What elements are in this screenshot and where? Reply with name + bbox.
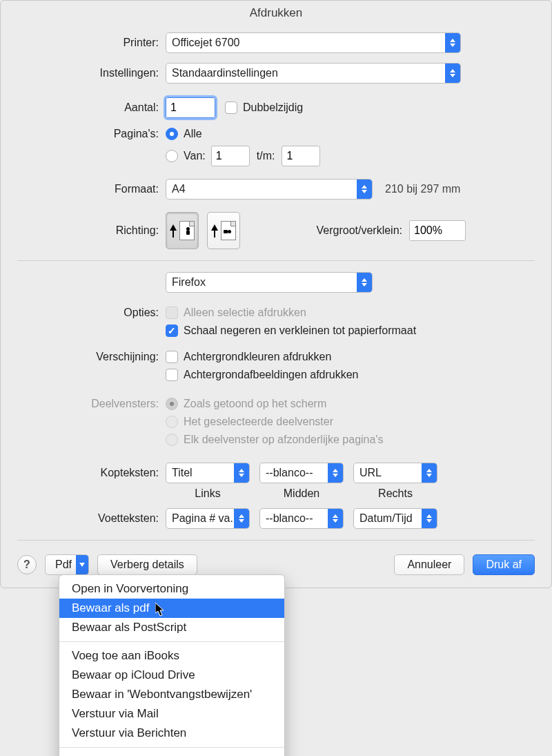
header-left-value: Titel — [172, 467, 244, 479]
arrow-up-icon — [211, 224, 218, 238]
chevron-updown-icon — [422, 509, 437, 528]
panes-as-shown-label: Zoals getoond op het scherm — [184, 398, 326, 410]
pages-label: Pagina's: — [17, 128, 166, 140]
settings-popup[interactable]: Standaardinstellingen — [166, 63, 461, 84]
orientation-label: Richting: — [17, 224, 166, 237]
settings-label: Instellingen: — [17, 67, 166, 79]
footer-center-value: --blanco-- — [266, 512, 337, 525]
appearance-bg-images-label: Achtergrondafbeeldingen afdrukken — [184, 369, 359, 381]
pdf-label: Pdf — [55, 559, 72, 571]
option-selection-only-label: Alleen selectie afdrukken — [184, 307, 306, 319]
checkbox-icon — [166, 369, 178, 381]
printer-label: Printer: — [17, 37, 166, 49]
chevron-updown-icon — [328, 509, 343, 528]
option-selection-only-checkbox: Alleen selectie afdrukken — [166, 307, 306, 319]
appearance-label: Verschijning: — [17, 351, 166, 363]
radio-disabled-icon — [166, 416, 178, 428]
panes-label: Deelvensters: — [17, 398, 166, 410]
scale-label: Vergroot/verklein: — [316, 224, 402, 237]
chevron-updown-icon — [445, 64, 460, 83]
chevron-updown-icon — [445, 33, 460, 52]
panes-each-label: Elk deelvenster op afzonderlijke pagina'… — [184, 434, 383, 446]
appearance-bg-images-checkbox[interactable]: Achtergrondafbeeldingen afdrukken — [166, 369, 359, 381]
duplex-checkbox[interactable]: Dubbelzijdig — [225, 101, 303, 114]
help-button[interactable]: ? — [17, 555, 37, 574]
orientation-landscape-button[interactable] — [207, 212, 240, 249]
chevron-updown-icon — [357, 180, 372, 199]
printer-popup[interactable]: Officejet 6700 — [166, 32, 461, 53]
radio-selected-disabled-icon — [166, 398, 178, 410]
footer-right-value: Datum/Tijd — [359, 512, 431, 525]
pdf-dropdown-menu: Open in Voorvertoning Bewaar als pdf Bew… — [59, 574, 285, 588]
printer-value: Officejet 6700 — [172, 37, 455, 49]
header-right-value: URL — [359, 467, 431, 479]
print-button[interactable]: Druk af — [473, 554, 535, 575]
settings-value: Standaardinstellingen — [172, 67, 455, 79]
checkbox-disabled-icon — [166, 307, 178, 319]
header-center-popup[interactable]: --blanco-- — [259, 463, 344, 483]
pages-all-label: Alle — [184, 128, 202, 140]
panes-as-shown-radio: Zoals getoond op het scherm — [166, 398, 326, 410]
format-label: Formaat: — [17, 183, 166, 195]
pdf-menu-button[interactable]: Pdf — [45, 554, 89, 575]
format-size-text: 210 bij 297 mm — [385, 183, 460, 195]
option-ignore-scale-checkbox[interactable]: Schaal negeren en verkleinen tot papierf… — [166, 324, 416, 337]
copies-input[interactable] — [166, 97, 215, 118]
panes-selected-radio: Het geselecteerde deelvenster — [166, 416, 333, 428]
menu-open-preview[interactable]: Open in Voorvertoning — [59, 579, 284, 588]
duplex-label: Dubbelzijdig — [243, 101, 303, 114]
checkbox-checked-icon — [166, 324, 178, 337]
header-right-popup[interactable]: URL — [353, 463, 437, 483]
footer-left-value: Pagina # va... — [172, 512, 244, 525]
pages-to-label: t/m: — [257, 150, 275, 162]
dialog-title: Afdrukken — [1, 1, 551, 30]
checkbox-icon — [225, 101, 237, 114]
orientation-portrait-button[interactable] — [166, 212, 199, 249]
app-section-value: Firefox — [172, 276, 366, 289]
footers-label: Voetteksten: — [17, 512, 166, 525]
pages-from-label: Van: — [184, 150, 206, 162]
arrow-up-icon — [170, 224, 177, 238]
page-portrait-icon — [179, 221, 195, 240]
pages-range-radio[interactable]: Van: — [166, 150, 206, 162]
header-center-value: --blanco-- — [266, 467, 337, 479]
checkbox-icon — [166, 351, 178, 363]
panes-each-radio: Elk deelvenster op afzonderlijke pagina'… — [166, 434, 383, 446]
print-dialog: Afdrukken Printer: Officejet 6700 Instel… — [0, 0, 552, 588]
chevron-updown-icon — [422, 463, 437, 483]
chevron-down-icon — [76, 555, 88, 574]
caption-center: Midden — [259, 487, 344, 500]
footer-right-popup[interactable]: Datum/Tijd — [353, 508, 437, 529]
chevron-updown-icon — [357, 273, 372, 292]
panes-selected-label: Het geselecteerde deelvenster — [184, 416, 333, 428]
format-value: A4 — [172, 183, 366, 195]
caption-right: Rechts — [353, 487, 437, 500]
appearance-bg-colors-checkbox[interactable]: Achtergrondkleuren afdrukken — [166, 351, 331, 363]
footer-left-popup[interactable]: Pagina # va... — [166, 508, 250, 529]
pages-all-radio[interactable]: Alle — [166, 128, 202, 140]
page-landscape-icon — [221, 221, 236, 240]
separator — [17, 260, 535, 261]
options-label: Opties: — [17, 307, 166, 319]
separator — [17, 540, 535, 541]
header-left-popup[interactable]: Titel — [166, 463, 250, 483]
appearance-bg-colors-label: Achtergrondkleuren afdrukken — [184, 351, 331, 363]
chevron-updown-icon — [234, 463, 249, 483]
scale-input[interactable] — [409, 220, 466, 241]
radio-icon — [166, 150, 178, 162]
format-popup[interactable]: A4 — [166, 179, 373, 200]
caption-left: Links — [166, 487, 250, 500]
footer-center-popup[interactable]: --blanco-- — [259, 508, 344, 529]
pages-to-input[interactable] — [282, 146, 320, 166]
help-icon: ? — [23, 559, 30, 571]
copies-label: Aantal: — [17, 101, 166, 114]
radio-disabled-icon — [166, 434, 178, 446]
chevron-updown-icon — [234, 509, 249, 528]
pages-from-input[interactable] — [211, 146, 250, 166]
option-ignore-scale-label: Schaal negeren en verkleinen tot papierf… — [184, 324, 416, 337]
cancel-button[interactable]: Annuleer — [394, 554, 464, 575]
hide-details-button[interactable]: Verberg details — [97, 554, 197, 575]
chevron-updown-icon — [328, 463, 343, 483]
app-section-popup[interactable]: Firefox — [166, 272, 373, 293]
headers-label: Kopteksten: — [17, 467, 166, 479]
